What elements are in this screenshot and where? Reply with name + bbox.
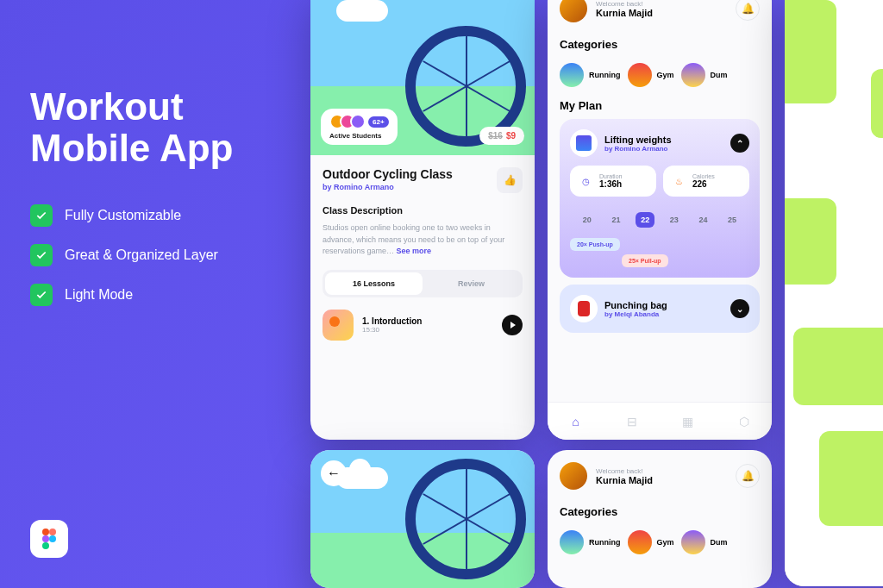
bottom-nav: ⌂ ⊟ ▦ ⬡ (548, 402, 772, 440)
svg-point-0 (42, 529, 49, 535)
class-detail-screen: 62+ Active Students $16$9 Outdoor Cyclin… (310, 0, 535, 440)
svg-point-4 (42, 542, 49, 549)
feature-item: Great & Organized Layer (30, 244, 306, 266)
tab-review[interactable]: Review (423, 272, 520, 295)
bell-icon: 🔔 (742, 3, 755, 15)
students-count: 62+ (368, 116, 389, 128)
nav-profile[interactable]: ⬡ (734, 411, 755, 432)
lesson-duration: 15:30 (362, 326, 493, 334)
clock-icon: ◷ (577, 172, 594, 190)
welcome-text: Welcome back! (596, 467, 727, 475)
svg-point-2 (42, 535, 49, 542)
gym-icon (628, 63, 652, 87)
category-item[interactable]: Gym (628, 63, 674, 87)
cal-day[interactable]: 24 (693, 212, 712, 228)
tab-lessons[interactable]: 16 Lessons (325, 272, 423, 295)
plan-card-lifting[interactable]: Lifting weights by Romino Armano ⌃ ◷ Dur… (560, 119, 760, 278)
cal-day[interactable]: 23 (665, 212, 684, 228)
running-icon (560, 530, 584, 554)
expand-button[interactable]: ⌄ (730, 299, 749, 318)
cal-day-active[interactable]: 22 (636, 212, 654, 228)
cal-day[interactable]: 25 (723, 212, 742, 228)
calories-stat: ♨ Calories226 (663, 166, 749, 197)
plan-author: by Melqi Abanda (604, 310, 667, 318)
class-detail-screen-variant: ← (310, 450, 535, 588)
see-more-link[interactable]: See more (397, 247, 432, 255)
header: Welcome back! Kurnia Majid 🔔 (548, 450, 772, 502)
categories-label: Categories (548, 502, 772, 522)
punching-bag-icon (570, 295, 598, 322)
categories-row[interactable]: Running Gym Dum (548, 54, 772, 96)
user-name: Kurnia Majid (596, 8, 727, 18)
bell-icon: 🔔 (742, 470, 755, 482)
check-icon (30, 204, 53, 227)
welcome-text: Welcome back! (596, 0, 727, 8)
home-screen-variant: Welcome back! Kurnia Majid 🔔 Categories … (548, 450, 772, 588)
category-item[interactable]: Running (560, 63, 621, 87)
notifications-button[interactable]: 🔔 (736, 0, 760, 21)
tabs: 16 Lessons Review (323, 270, 523, 297)
dumbbell-icon (681, 530, 705, 554)
profile-icon: ⬡ (739, 415, 749, 428)
feature-label: Fully Customizable (65, 208, 181, 223)
user-avatar[interactable] (560, 0, 587, 22)
categories-row[interactable]: Running Gym Dum (548, 522, 772, 563)
stats-icon: ▦ (682, 415, 693, 428)
svg-point-1 (49, 529, 56, 535)
category-item[interactable]: Running (560, 530, 621, 554)
thumbs-up-icon: 👍 (504, 174, 517, 186)
nav-home[interactable]: ⌂ (566, 411, 586, 432)
fire-icon: ♨ (670, 172, 687, 190)
dumbbell-icon: ⊟ (627, 415, 637, 428)
class-title: Outdoor Cycling Class (323, 167, 453, 181)
active-students-badge[interactable]: 62+ Active Students (321, 109, 398, 145)
cal-day[interactable]: 20 (578, 212, 597, 228)
collapse-button[interactable]: ⌃ (730, 134, 749, 153)
promo-title: Workout Mobile App (30, 86, 306, 170)
duration-stat: ◷ Duration1:36h (570, 166, 656, 197)
header: Welcome back! Kurnia Majid 🔔 (548, 0, 772, 34)
plan-author: by Romino Armano (604, 145, 672, 153)
nav-workout[interactable]: ⊟ (622, 411, 642, 432)
categories-label: Categories (548, 34, 772, 54)
category-item[interactable]: Dum (681, 63, 728, 87)
description-text: Studios open online booking one to two w… (323, 222, 523, 258)
notifications-button[interactable]: 🔔 (736, 464, 760, 488)
task-pullup[interactable]: 25× Pull-up (622, 254, 668, 267)
feature-label: Light Mode (65, 287, 133, 303)
check-icon (30, 284, 53, 306)
plan-card-punching[interactable]: Punching bag by Melqi Abanda ⌄ (560, 285, 760, 333)
plan-title: Punching bag (604, 300, 667, 310)
nav-stats[interactable]: ▦ (678, 411, 698, 432)
play-button[interactable] (502, 315, 523, 335)
dumbbell-icon (681, 63, 705, 87)
user-avatar[interactable] (560, 462, 587, 490)
barbell-icon (570, 129, 598, 157)
check-icon (30, 244, 53, 266)
task-pushup[interactable]: 20× Push-up (570, 238, 620, 251)
chevron-down-icon: ⌄ (736, 304, 743, 314)
feature-item: Light Mode (30, 284, 306, 306)
feature-label: Great & Organized Layer (65, 247, 218, 263)
plan-title: Lifting weights (604, 134, 672, 145)
category-item[interactable]: Gym (628, 530, 674, 554)
screens-area: 62+ Active Students $16$9 Outdoor Cyclin… (310, 0, 883, 588)
class-author[interactable]: by Romino Armano (323, 183, 453, 191)
running-icon (560, 63, 584, 87)
back-button[interactable]: ← (321, 460, 347, 486)
lesson-title: 1. Intorduction (362, 316, 493, 326)
cal-day[interactable]: 21 (606, 212, 625, 228)
svg-point-3 (49, 535, 56, 542)
home-icon: ⌂ (572, 415, 579, 428)
category-item[interactable]: Dum (681, 530, 728, 554)
lesson-row[interactable]: 1. Intorduction 15:30 (323, 310, 523, 341)
calendar-row[interactable]: 20 21 22 23 24 25 (570, 205, 749, 235)
description-header: Class Description (323, 205, 523, 216)
like-button[interactable]: 👍 (497, 167, 523, 193)
map-background[interactable] (785, 0, 883, 586)
map-screen[interactable]: ◷ Duration56:00 ◎ Distance20 km 3. Cycli… (785, 0, 883, 586)
price-old: $16 (488, 131, 503, 141)
students-label: Active Students (329, 132, 381, 140)
gym-icon (628, 530, 652, 554)
lesson-thumbnail (323, 310, 354, 341)
